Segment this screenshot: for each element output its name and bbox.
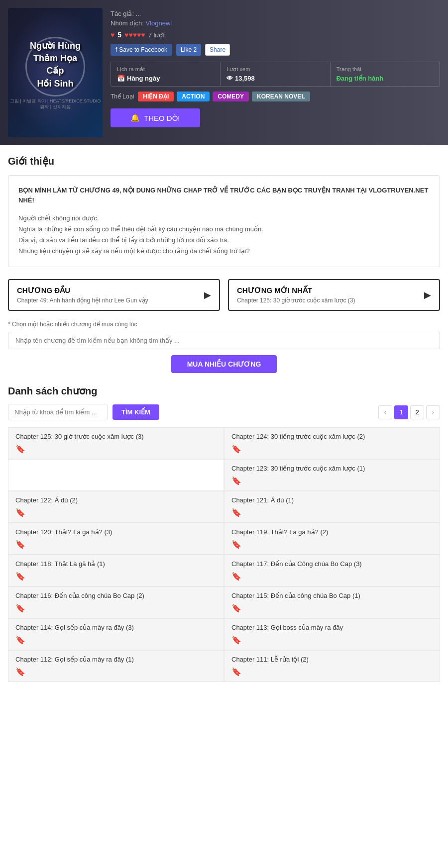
search-note: * Chọn một hoặc nhiều chương để mua cùng… bbox=[8, 321, 440, 328]
first-chapter-button[interactable]: CHƯƠNG ĐẦU Chapter 49: Anh hành động hệt… bbox=[8, 279, 220, 311]
theo-doi-button[interactable]: 🔔 THEO DÕI bbox=[111, 108, 200, 127]
list-item[interactable]: Chapter 122: Á đù (2)🔖 bbox=[8, 491, 224, 523]
list-item[interactable]: Chapter 125: 30 giờ trước cuộc xâm lược … bbox=[8, 427, 224, 459]
group-line: Nhóm dịch: Vlognewl bbox=[111, 19, 440, 27]
list-item[interactable]: Chapter 113: Gọi boss của mày ra đây🔖 bbox=[224, 618, 440, 650]
intro-line-1: Người chết không nói được. bbox=[18, 213, 430, 224]
score-value: 5 bbox=[117, 31, 121, 39]
list-item[interactable]: Chapter 117: Đến của Công chúa Bo Cap (3… bbox=[224, 555, 440, 586]
genre-action[interactable]: ACTION bbox=[177, 92, 210, 101]
list-item[interactable]: Chapter 118: Thật Là gã hả (1)🔖 bbox=[8, 555, 224, 586]
like-button[interactable]: Like 2 bbox=[176, 44, 201, 56]
list-search-input[interactable] bbox=[8, 404, 108, 420]
chapter-nav: CHƯƠNG ĐẦU Chapter 49: Anh hành động hệt… bbox=[8, 279, 440, 311]
buy-many-button[interactable]: MUA NHIỀU CHƯƠNG bbox=[171, 355, 277, 373]
latest-chapter-label: CHƯƠNG MỚI NHẤT bbox=[237, 286, 355, 295]
intro-box: BỌN MÌNH LÀM TỪ CHƯƠNG 49, NỘI DUNG NHỮN… bbox=[8, 175, 440, 267]
prev-page-button[interactable]: ‹ bbox=[378, 405, 392, 419]
header-section: Người Hùng Thảm Họa Cấp Hồi Sinh 그림 | 이벌… bbox=[0, 0, 448, 145]
page-1-button[interactable]: 1 bbox=[394, 405, 408, 419]
meta-views: Lượt xem 👁 13,598 bbox=[221, 62, 330, 86]
first-chapter-label: CHƯƠNG ĐẦU bbox=[17, 286, 148, 295]
first-chapter-sub: Chapter 49: Anh hành động hệt như Lee Gu… bbox=[17, 297, 148, 304]
cover-title: Người Hùng Thảm Họa Cấp Hồi Sinh bbox=[8, 35, 103, 95]
list-item[interactable]: Chapter 112: Gọi sếp của mày ra đây (1)🔖 bbox=[8, 650, 224, 682]
bookmark-icon: 🔖 bbox=[15, 603, 217, 613]
list-item[interactable]: Chapter 111: Lễ rửa tội (2)🔖 bbox=[224, 650, 440, 682]
bookmark-icon: 🔖 bbox=[231, 635, 433, 645]
cover-image: Người Hùng Thảm Họa Cấp Hồi Sinh 그림 | 이벌… bbox=[8, 8, 103, 137]
calendar-icon: 📅 bbox=[117, 75, 125, 82]
chapter-grid: Chapter 125: 30 giờ trước cuộc xâm lược … bbox=[8, 427, 440, 681]
bookmark-icon: 🔖 bbox=[231, 603, 433, 613]
chapter-list-section: Danh sách chương TÌM KIẾM ‹ 1 2 › Chapte… bbox=[8, 385, 440, 681]
genre-hien-dai[interactable]: HIỆN ĐẠI bbox=[138, 92, 174, 101]
stars-hearts: ♥♥♥♥♥ bbox=[124, 31, 145, 39]
meta-schedule: Lịch ra mắt 📅 Hàng ngày bbox=[111, 62, 221, 86]
bookmark-icon: 🔖 bbox=[231, 508, 433, 517]
bookmark-icon: 🔖 bbox=[231, 572, 433, 581]
bookmark-icon: 🔖 bbox=[231, 476, 433, 485]
bookmark-icon: 🔖 bbox=[15, 508, 217, 517]
bookmark-icon: 🔖 bbox=[15, 540, 217, 549]
next-page-button[interactable]: › bbox=[426, 405, 440, 419]
page-2-button[interactable]: 2 bbox=[410, 405, 424, 419]
right-arrow-icon: ▶ bbox=[204, 289, 211, 300]
status-value: Đang tiến hành bbox=[336, 75, 434, 82]
list-item[interactable]: Chapter 120: Thật? Là gã hả? (3)🔖 bbox=[8, 523, 224, 555]
chapter-search-input[interactable] bbox=[8, 332, 440, 349]
vote-count: 7 lượt bbox=[148, 31, 165, 39]
genre-korean[interactable]: KOREAN NOVEL bbox=[252, 92, 310, 101]
bookmark-icon: 🔖 bbox=[231, 540, 433, 549]
stars-row: ♥ 5 ♥♥♥♥♥ 7 lượt bbox=[111, 31, 440, 39]
author-line: Tác giả: ... bbox=[111, 10, 440, 17]
main-content: Giới thiệu BỌN MÌNH LÀM TỪ CHƯƠNG 49, NỘ… bbox=[0, 145, 448, 692]
intro-title: Giới thiệu bbox=[8, 155, 440, 167]
list-search-row: TÌM KIẾM ‹ 1 2 › bbox=[8, 404, 440, 420]
list-item[interactable]: Chapter 121: Á đù (1)🔖 bbox=[224, 491, 440, 523]
share-button[interactable]: Share bbox=[205, 44, 230, 56]
pagination: ‹ 1 2 › bbox=[378, 405, 440, 419]
intro-line-2: Nghĩa là những kẻ còn sống có thể thêu d… bbox=[18, 224, 430, 235]
bookmark-icon: 🔖 bbox=[15, 444, 217, 454]
intro-line-3: Địa vị, di sản và tiền tài đều có thể bị… bbox=[18, 235, 430, 246]
facebook-icon: f bbox=[115, 46, 117, 53]
bookmark-icon: 🔖 bbox=[15, 635, 217, 645]
genres-row: Thể Loại HIỆN ĐẠI ACTION COMEDY KOREAN N… bbox=[111, 92, 440, 101]
latest-chapter-sub: Chapter 125: 30 giờ trước cuộc xâm lược … bbox=[237, 297, 355, 304]
bookmark-icon: 🔖 bbox=[231, 667, 433, 676]
intro-notice: BỌN MÌNH LÀM TỪ CHƯƠNG 49, NỘI DUNG NHỮN… bbox=[18, 186, 430, 205]
meta-status: Trạng thái Đang tiến hành bbox=[331, 62, 440, 86]
list-item[interactable]: Chapter 123: 30 tiếng trước cuộc xâm lượ… bbox=[224, 459, 440, 491]
right-arrow-icon-2: ▶ bbox=[424, 289, 431, 300]
search-input-row bbox=[8, 332, 440, 349]
eye-icon: 👁 bbox=[226, 75, 235, 82]
group-link[interactable]: Vlognewl bbox=[146, 19, 172, 27]
social-row: f Save to Facebook Like 2 Share bbox=[111, 44, 440, 56]
intro-line-4: Nhưng liệu chuyện gì sẽ xảy ra nếu một k… bbox=[18, 246, 430, 257]
list-item[interactable]: Chapter 119: Thật? Là gã hả? (2)🔖 bbox=[224, 523, 440, 555]
bookmark-icon: 🔖 bbox=[15, 667, 217, 676]
genres-label: Thể Loại bbox=[111, 93, 134, 100]
meta-row: Lịch ra mắt 📅 Hàng ngày Lượt xem 👁 13,59… bbox=[111, 62, 440, 87]
list-item[interactable]: Chapter 116: Đến của công chúa Bo Cap (2… bbox=[8, 586, 224, 618]
search-button[interactable]: TÌM KIẾM bbox=[112, 404, 159, 420]
list-item[interactable]: Chapter 124: 30 tiếng trước cuộc xâm lượ… bbox=[224, 427, 440, 459]
bell-icon: 🔔 bbox=[130, 113, 140, 122]
facebook-button[interactable]: f Save to Facebook bbox=[111, 44, 172, 56]
bookmark-icon: 🔖 bbox=[231, 444, 433, 454]
buy-section: * Chọn một hoặc nhiều chương để mua cùng… bbox=[8, 321, 440, 373]
info-section: Tác giả: ... Nhóm dịch: Vlognewl ♥ 5 ♥♥♥… bbox=[111, 8, 440, 127]
list-item[interactable]: Chapter 114: Gọi sếp của mày ra đây (3)🔖 bbox=[8, 618, 224, 650]
latest-chapter-button[interactable]: CHƯƠNG MỚI NHẤT Chapter 125: 30 giờ trướ… bbox=[228, 279, 440, 311]
cover-subtitle: 그림 | 이벌금 작가 | HEATS/REDICE.STUDIO 원작 | 산… bbox=[8, 98, 103, 110]
list-item[interactable]: Chapter 115: Đến của công chúa Bo Cap (1… bbox=[224, 586, 440, 618]
chapter-list-title: Danh sách chương bbox=[8, 385, 440, 397]
bookmark-icon: 🔖 bbox=[15, 572, 217, 581]
heart-icon: ♥ bbox=[111, 31, 114, 39]
genre-comedy[interactable]: COMEDY bbox=[213, 92, 249, 101]
intro-text: Người chết không nói được. Nghĩa là nhữn… bbox=[18, 213, 430, 257]
